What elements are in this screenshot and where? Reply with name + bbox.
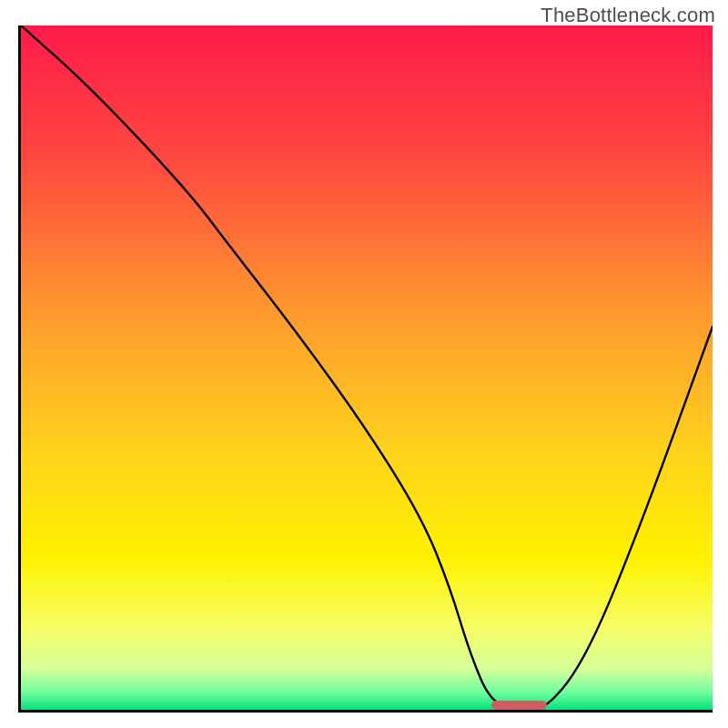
plot-area <box>18 25 713 713</box>
svg-rect-0 <box>21 25 713 710</box>
bottleneck-chart: TheBottleneck.com <box>0 0 728 728</box>
optimal-range-marker <box>491 701 547 710</box>
gradient-background <box>21 25 713 710</box>
watermark-text: TheBottleneck.com <box>541 4 715 27</box>
